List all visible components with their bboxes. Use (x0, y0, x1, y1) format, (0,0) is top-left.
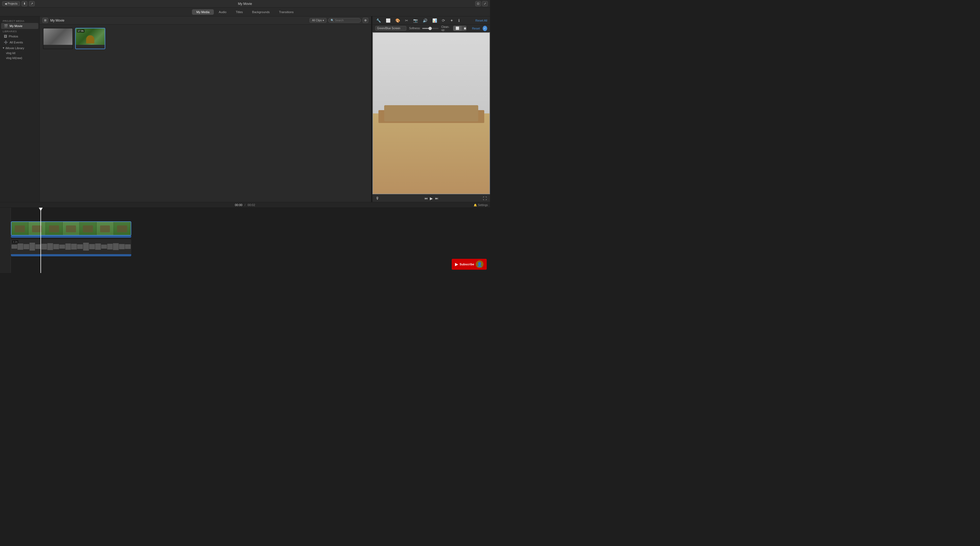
media-thumb-1[interactable] (43, 28, 73, 49)
fullscreen-button[interactable]: ⤢ (482, 1, 488, 6)
tab-transitions[interactable]: Transitions (275, 9, 298, 15)
nav-tabs: My Media Audio Titles Backgrounds Transi… (0, 8, 490, 16)
audio-clip[interactable] (11, 239, 131, 254)
softness-control: Softness: (409, 27, 439, 30)
sidebar: PROJECT MEDIA 🎬 My Movie LIBRARIES 🖼 Pho… (0, 16, 40, 202)
audio-bar-16 (101, 244, 107, 248)
title-bar: ◀ Projects ⬇ ↗ My Movie ⊡ ⤢ (0, 0, 490, 8)
tab-my-media[interactable]: My Media (192, 9, 214, 15)
thumb-label-2 (76, 45, 105, 49)
audio-bar-20 (125, 244, 131, 249)
cleanup-btn-group: ⬜ ◼ (453, 26, 466, 31)
preview-border (372, 32, 490, 194)
wrench-tool-button[interactable]: 🔧 (375, 18, 382, 23)
cleanup-btn-1[interactable]: ⬜ (453, 26, 461, 30)
content-title: My Movie (50, 19, 64, 22)
sidebar-item-imovie-library[interactable]: ▾ iMovie Library (0, 45, 40, 51)
color-tool-button[interactable]: 🎨 (394, 18, 401, 23)
grid-toggle-button[interactable]: ⊞ (42, 18, 48, 23)
cleanup-control: Clean-up: ⬜ ◼ (441, 25, 466, 32)
tab-backgrounds[interactable]: Backgrounds (248, 9, 274, 15)
sidebar-item-my-movie[interactable]: 🎬 My Movie (1, 23, 38, 29)
time-separator: / (245, 203, 245, 206)
audio-tool-button[interactable]: 🔊 (422, 18, 428, 23)
search-box[interactable]: 🔍 (328, 18, 361, 23)
sidebar-item-vlog-kit[interactable]: vlog kit (0, 51, 40, 56)
import-button[interactable]: ⬇ (22, 1, 27, 6)
filter-button[interactable]: All Clips ▾ (310, 18, 326, 23)
confirm-button[interactable]: ✓ (483, 26, 487, 31)
media-thumb-2[interactable]: 17.9s (75, 28, 105, 49)
audio-bar-8 (53, 244, 59, 249)
photos-icon: 🖼 (4, 35, 7, 38)
thumb-gray-1 (43, 29, 72, 45)
mic-button[interactable]: 🎙 (376, 196, 380, 201)
stabilize-tool-button[interactable]: 📊 (431, 18, 438, 23)
tab-titles[interactable]: Titles (231, 9, 247, 15)
preview-playback: ⏮ ▶ ⏭ (425, 196, 438, 201)
fast-forward-to-end-button[interactable]: ⏭ (435, 197, 438, 200)
filter-label: All Clips (312, 19, 322, 22)
timeline-content: 2.2s (0, 208, 490, 273)
sidebar-item-photos-label: Photos (9, 35, 18, 38)
greenscreen-select[interactable]: Green/Blue Screen (375, 26, 406, 30)
audio-bar-17 (107, 244, 113, 249)
sidebar-item-my-movie-label: My Movie (10, 24, 22, 28)
greenscreen-toolbar: Green/Blue Screen Softness: Clean-up: ⬜ … (372, 25, 490, 32)
reset-button[interactable]: Reset (472, 27, 480, 30)
audio-bar-7 (47, 243, 53, 250)
import-media-button[interactable]: ⊕ (363, 18, 368, 23)
fullscreen-preview-button[interactable]: ⛶ (483, 196, 487, 201)
timeline-area: 00:00 / 00:02 🔔 Settings (0, 202, 490, 273)
speedometer-tool-button[interactable]: ⟳ (441, 18, 446, 23)
timeline-header: 00:00 / 00:02 🔔 Settings (0, 202, 490, 208)
sidebar-item-all-events[interactable]: ➕ All Events (1, 39, 38, 45)
youtube-subscribe-banner[interactable]: ▶ Subscribe 👤 (452, 259, 487, 270)
rewind-to-start-button[interactable]: ⏮ (425, 197, 428, 200)
reset-all-button[interactable]: Reset All (476, 19, 487, 22)
audio-bar-14 (89, 244, 95, 249)
audio-bar-19 (119, 244, 125, 249)
content-header-right: All Clips ▾ 🔍 ⊕ (310, 18, 368, 23)
sidebar-item-photos[interactable]: 🖼 Photos (1, 33, 38, 39)
window-button[interactable]: ⊡ (475, 1, 481, 6)
softness-label: Softness: (409, 27, 420, 30)
overlay-tool-button[interactable]: ✦ (449, 18, 455, 23)
camera-tool-button[interactable]: 📷 (412, 18, 419, 23)
audio-bar-4 (30, 243, 35, 250)
audio-waveform (11, 239, 131, 254)
info-tool-button[interactable]: ℹ (457, 18, 461, 23)
video-frame-5 (80, 222, 97, 235)
audio-bar-11 (71, 244, 77, 249)
media-thumb-img-1 (43, 29, 72, 45)
video-frame-1 (11, 222, 29, 235)
cleanup-btn-2[interactable]: ◼ (461, 26, 466, 30)
play-button[interactable]: ▶ (430, 196, 433, 201)
app-title: My Movie (238, 2, 252, 6)
media-grid: 17.9s (40, 25, 371, 52)
settings-icon: 🔔 (474, 203, 477, 206)
cleanup-label: Clean-up: (441, 25, 452, 32)
trim-tool-button[interactable]: ✂ (404, 18, 409, 23)
video-frames (11, 222, 131, 235)
audio-track: 2.2s (11, 239, 131, 257)
softness-slider[interactable] (422, 28, 439, 29)
libraries-section-title: LIBRARIES (0, 29, 40, 33)
sidebar-item-vlog-kit-raw[interactable]: vlog kit(raw) (0, 56, 40, 60)
app-wrapper: ◀ Projects ⬇ ↗ My Movie ⊡ ⤢ My Media Aud… (0, 0, 490, 273)
projects-button[interactable]: ◀ Projects (2, 2, 20, 6)
video-track-audio-bar (11, 236, 131, 238)
video-track-clip[interactable] (11, 221, 131, 236)
search-input[interactable] (335, 19, 357, 22)
audio-bar-2 (18, 243, 23, 250)
share-button[interactable]: ↗ (29, 1, 35, 6)
sidebar-item-all-events-label: All Events (10, 41, 23, 44)
softness-slider-fill (422, 28, 429, 29)
youtube-icon: ▶ (455, 262, 458, 267)
timeline-cursor[interactable] (40, 208, 41, 273)
tab-audio[interactable]: Audio (215, 9, 231, 15)
search-icon: 🔍 (331, 19, 334, 22)
title-bar-left: ◀ Projects ⬇ ↗ (2, 1, 35, 6)
crop-tool-button[interactable]: ⬜ (385, 18, 391, 23)
timeline-ruler (11, 208, 131, 221)
